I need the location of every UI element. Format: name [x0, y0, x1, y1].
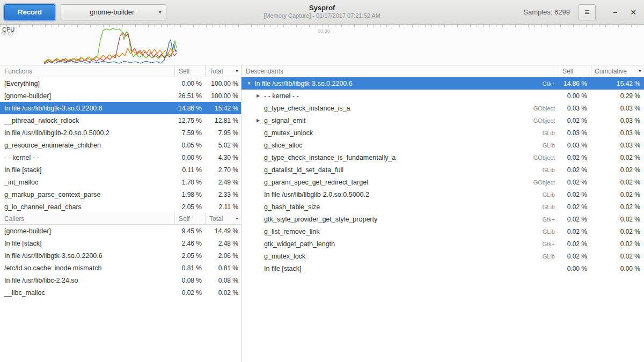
library-badge: Gtk+ — [542, 241, 559, 247]
library-badge: GLib — [543, 191, 559, 198]
column-header-self[interactable]: Self — [175, 65, 206, 77]
function-name: In file [stack] — [0, 166, 175, 174]
table-row[interactable]: In file /usr/lib/libglib-2.0.so.0.5000.2… — [0, 127, 241, 139]
table-row[interactable]: ▶g_signal_emitGObject0.02 %0.03 % — [241, 114, 644, 127]
table-row[interactable]: - - kernel - -0.00 %4.30 % — [0, 151, 241, 164]
total-value: 2.06 % — [206, 252, 241, 260]
self-value: 0.11 % — [175, 166, 206, 174]
table-row[interactable]: In file [stack]0.11 %2.70 % — [0, 164, 241, 176]
column-header-callers[interactable]: Callers — [0, 213, 175, 224]
main-area: Functions Self Total ▼ [Everything]0.00 … — [0, 65, 644, 362]
table-row[interactable]: g_resource_enumerate_children0.05 %5.02 … — [0, 139, 241, 151]
column-header-total[interactable]: Total ▼ — [206, 65, 241, 77]
expander-closed-icon[interactable]: ▶ — [255, 93, 264, 98]
table-row[interactable]: g_type_check_instance_is_fundamentally_a… — [241, 151, 644, 164]
cumulative-value: 0.02 % — [591, 154, 644, 161]
record-button[interactable]: Record — [4, 4, 55, 20]
column-header-descendants[interactable]: Descendants — [241, 65, 559, 77]
self-value: 1.98 % — [175, 191, 206, 198]
table-row[interactable]: _int_malloc1.70 %2.49 % — [0, 176, 241, 188]
function-name: g_slice_alloc — [264, 142, 543, 149]
self-value: 14.86 % — [559, 80, 591, 87]
total-value: 0.02 % — [206, 289, 241, 297]
function-name: __libc_malloc — [0, 289, 175, 297]
total-value: 2.70 % — [206, 166, 241, 174]
table-row[interactable]: [gnome-builder]9.45 %14.49 % — [0, 225, 241, 237]
table-row[interactable]: gtk_widget_path_lengthGtk+0.02 %0.02 % — [241, 238, 644, 250]
table-row[interactable]: g_datalist_id_set_data_fullGLib0.02 %0.0… — [241, 164, 644, 176]
table-row[interactable]: g_io_channel_read_chars2.05 %2.11 % — [0, 201, 241, 213]
column-header-self[interactable]: Self — [559, 65, 591, 77]
close-button[interactable]: ✕ — [626, 5, 641, 20]
functions-table: Functions Self Total ▼ [Everything]0.00 … — [0, 65, 241, 213]
table-row[interactable]: g_mutex_unlockGLib0.03 %0.03 % — [241, 127, 644, 139]
menu-button[interactable]: ≡ — [579, 4, 596, 20]
function-name: - - kernel - - — [264, 92, 555, 100]
function-name: gtk_widget_path_length — [264, 240, 542, 248]
function-name: g_mutex_unlock — [264, 129, 543, 137]
table-row[interactable]: g_type_check_instance_is_aGObject0.03 %0… — [241, 102, 644, 114]
callers-table-header: Callers Self Total ▼ — [0, 213, 241, 225]
self-value: 0.02 % — [559, 203, 591, 211]
table-row[interactable]: [Everything]0.00 %100.00 % — [0, 77, 241, 90]
table-row[interactable]: g_slice_allocGLib0.03 %0.03 % — [241, 139, 644, 151]
minimize-icon: − — [613, 8, 617, 17]
table-row[interactable]: In file /usr/lib/libc-2.24.so0.08 %0.08 … — [0, 274, 241, 286]
library-badge: GObject — [533, 179, 559, 186]
table-row[interactable]: ▼In file /usr/lib/libgtk-3.so.0.2200.6Gt… — [241, 77, 644, 90]
expander-closed-icon[interactable]: ▶ — [255, 118, 264, 123]
timeline-ticks — [0, 25, 644, 27]
table-row[interactable]: In file [stack]2.46 %2.48 % — [0, 237, 241, 249]
table-row[interactable]: __pthread_rwlock_rdlock12.75 %12.81 % — [0, 114, 241, 127]
table-row[interactable]: ▶- - kernel - -0.00 %0.29 % — [241, 90, 644, 102]
table-row[interactable]: In file /usr/lib/libgtk-3.so.0.2200.62.0… — [0, 249, 241, 262]
function-name: gtk_style_provider_get_style_property — [264, 216, 542, 223]
time-label-mid: 00:30 — [318, 28, 330, 34]
table-row[interactable]: In file /usr/lib/libgtk-3.so.0.2200.614.… — [0, 102, 241, 114]
self-value: 0.02 % — [175, 289, 206, 297]
column-header-functions[interactable]: Functions — [0, 65, 175, 77]
total-value: 15.42 % — [206, 105, 241, 112]
table-row[interactable]: __libc_malloc0.02 %0.02 % — [0, 286, 241, 299]
function-name: In file [stack] — [0, 240, 175, 247]
cumulative-value: 0.02 % — [591, 179, 644, 186]
sort-indicator-icon: ▼ — [235, 217, 239, 220]
column-header-self[interactable]: Self — [175, 213, 206, 224]
column-header-cumulative[interactable]: Cumulative ▼ — [591, 65, 644, 77]
functions-table-header: Functions Self Total ▼ — [0, 65, 241, 77]
table-row[interactable]: In file /usr/lib/libglib-2.0.so.0.5000.2… — [241, 188, 644, 201]
cumulative-value: 0.02 % — [591, 253, 644, 260]
table-row[interactable]: g_hash_table_sizeGLib0.02 %0.02 % — [241, 201, 644, 213]
table-row[interactable]: g_markup_parse_context_parse1.98 %2.33 % — [0, 188, 241, 201]
expander-open-icon[interactable]: ▼ — [246, 81, 254, 86]
table-row[interactable]: [gnome-builder]26.51 %100.00 % — [0, 90, 241, 102]
self-value: 2.05 % — [175, 252, 206, 260]
table-row[interactable]: g_param_spec_get_redirect_targetGObject0… — [241, 176, 644, 188]
cpu-series-cpu2-orange — [44, 48, 177, 63]
table-row[interactable]: In file [stack]0.00 %0.00 % — [241, 262, 644, 275]
callers-rows: [gnome-builder]9.45 %14.49 %In file [sta… — [0, 225, 241, 299]
table-row[interactable]: g_list_remove_linkGLib0.02 %0.02 % — [241, 225, 644, 238]
cpu-timeline-graph[interactable]: CPU 00:00 00:30 — [0, 25, 644, 65]
self-value: 2.46 % — [175, 240, 206, 247]
library-badge: GObject — [533, 117, 559, 124]
column-header-total[interactable]: Total ▼ — [206, 213, 241, 224]
headerbar-right-group: Samples: 6299 ≡ − ✕ — [523, 4, 641, 20]
table-row[interactable]: gtk_style_provider_get_style_propertyGtk… — [241, 213, 644, 225]
library-badge: GObject — [533, 105, 559, 112]
function-name: g_mutex_lock — [264, 253, 543, 260]
function-name: g_list_remove_link — [264, 228, 543, 235]
function-name: [gnome-builder] — [0, 227, 175, 235]
table-row[interactable]: /etc/ld.so.cache: inode mismatch0.81 %0.… — [0, 262, 241, 274]
table-row[interactable]: g_mutex_lockGLib0.02 %0.02 % — [241, 250, 644, 262]
total-value: 0.08 % — [206, 277, 241, 284]
minimize-button[interactable]: − — [608, 5, 623, 20]
function-name: g_signal_emit — [264, 117, 533, 124]
total-value: 7.95 % — [206, 129, 241, 137]
process-selector-dropdown[interactable]: gnome-builder ▾ — [61, 4, 166, 20]
function-name: In file [stack] — [264, 265, 555, 272]
function-name: g_hash_table_size — [264, 203, 543, 211]
total-value: 12.81 % — [206, 117, 241, 124]
function-name: - - kernel - - — [0, 154, 175, 161]
sort-indicator-icon: ▼ — [235, 69, 239, 73]
